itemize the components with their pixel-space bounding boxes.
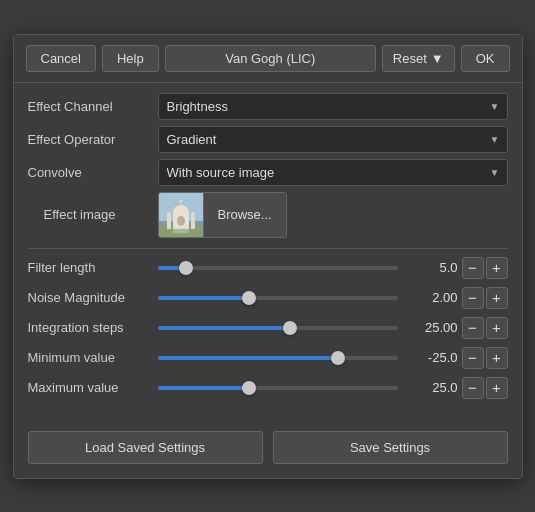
slider-track-1 bbox=[158, 289, 398, 307]
svg-point-6 bbox=[179, 199, 182, 202]
save-settings-button[interactable]: Save Settings bbox=[273, 431, 508, 464]
effect-channel-select[interactable]: Brightness Hue Saturation Lightness Alph… bbox=[158, 93, 508, 120]
taj-mahal-icon bbox=[159, 193, 203, 237]
toolbar: Cancel Help Van Gogh (LIC) Reset ▼ OK bbox=[14, 35, 522, 83]
chevron-down-icon: ▼ bbox=[431, 51, 444, 66]
increment-button-1[interactable]: + bbox=[486, 287, 508, 309]
stepper-2: −+ bbox=[462, 317, 508, 339]
slider-label-0: Filter length bbox=[28, 260, 158, 275]
slider-value-2: 25.00 bbox=[406, 320, 458, 335]
increment-button-0[interactable]: + bbox=[486, 257, 508, 279]
slider-value-0: 5.0 bbox=[406, 260, 458, 275]
decrement-button-2[interactable]: − bbox=[462, 317, 484, 339]
decrement-button-3[interactable]: − bbox=[462, 347, 484, 369]
effect-operator-label: Effect Operator bbox=[28, 132, 158, 147]
effect-operator-dropdown-wrapper: Gradient Curl Hessian Laplace bbox=[158, 126, 508, 153]
decrement-button-1[interactable]: − bbox=[462, 287, 484, 309]
increment-button-4[interactable]: + bbox=[486, 377, 508, 399]
effect-channel-dropdown-wrapper: Brightness Hue Saturation Lightness Alph… bbox=[158, 93, 508, 120]
stepper-3: −+ bbox=[462, 347, 508, 369]
effect-operator-select[interactable]: Gradient Curl Hessian Laplace bbox=[158, 126, 508, 153]
slider-track-3 bbox=[158, 349, 398, 367]
svg-point-8 bbox=[167, 212, 171, 218]
effect-operator-row: Effect Operator Gradient Curl Hessian La… bbox=[28, 126, 508, 153]
slider-thumb-4[interactable] bbox=[242, 381, 256, 395]
slider-thumb-2[interactable] bbox=[283, 321, 297, 335]
effect-image-label: Effect image bbox=[28, 207, 158, 222]
dialog: Cancel Help Van Gogh (LIC) Reset ▼ OK Ef… bbox=[13, 34, 523, 479]
stepper-0: −+ bbox=[462, 257, 508, 279]
slider-row-3: Minimum value-25.0−+ bbox=[28, 347, 508, 369]
slider-row-1: Noise Magnitude2.00−+ bbox=[28, 287, 508, 309]
convolve-select[interactable]: With source image With effect image bbox=[158, 159, 508, 186]
slider-value-3: -25.0 bbox=[406, 350, 458, 365]
slider-row-4: Maximum value25.0−+ bbox=[28, 377, 508, 399]
slider-thumb-3[interactable] bbox=[331, 351, 345, 365]
sliders-container: Filter length5.0−+Noise Magnitude2.00−+I… bbox=[28, 257, 508, 399]
convolve-label: Convolve bbox=[28, 165, 158, 180]
effect-image-row: Effect image bbox=[28, 192, 508, 238]
image-thumbnail bbox=[159, 193, 203, 237]
title-button: Van Gogh (LIC) bbox=[165, 45, 376, 72]
slider-row-2: Integration steps25.00−+ bbox=[28, 317, 508, 339]
effect-channel-label: Effect Channel bbox=[28, 99, 158, 114]
slider-thumb-0[interactable] bbox=[179, 261, 193, 275]
reset-button[interactable]: Reset ▼ bbox=[382, 45, 455, 72]
increment-button-3[interactable]: + bbox=[486, 347, 508, 369]
reset-label: Reset bbox=[393, 51, 427, 66]
decrement-button-4[interactable]: − bbox=[462, 377, 484, 399]
footer: Load Saved Settings Save Settings bbox=[14, 421, 522, 478]
slider-value-1: 2.00 bbox=[406, 290, 458, 305]
svg-point-10 bbox=[191, 212, 195, 218]
increment-button-2[interactable]: + bbox=[486, 317, 508, 339]
slider-label-1: Noise Magnitude bbox=[28, 290, 158, 305]
svg-point-11 bbox=[177, 216, 185, 226]
browse-button[interactable]: Browse... bbox=[203, 193, 286, 237]
cancel-button[interactable]: Cancel bbox=[26, 45, 96, 72]
convolve-row: Convolve With source image With effect i… bbox=[28, 159, 508, 186]
slider-label-2: Integration steps bbox=[28, 320, 158, 335]
ok-button[interactable]: OK bbox=[461, 45, 510, 72]
effect-image-preview-box: Browse... bbox=[158, 192, 287, 238]
decrement-button-0[interactable]: − bbox=[462, 257, 484, 279]
slider-row-0: Filter length5.0−+ bbox=[28, 257, 508, 279]
slider-thumb-1[interactable] bbox=[242, 291, 256, 305]
help-button[interactable]: Help bbox=[102, 45, 159, 72]
slider-label-4: Maximum value bbox=[28, 380, 158, 395]
effect-channel-row: Effect Channel Brightness Hue Saturation… bbox=[28, 93, 508, 120]
content: Effect Channel Brightness Hue Saturation… bbox=[14, 83, 522, 421]
slider-track-0 bbox=[158, 259, 398, 277]
divider bbox=[28, 248, 508, 249]
slider-track-2 bbox=[158, 319, 398, 337]
convolve-dropdown-wrapper: With source image With effect image bbox=[158, 159, 508, 186]
stepper-1: −+ bbox=[462, 287, 508, 309]
slider-label-3: Minimum value bbox=[28, 350, 158, 365]
stepper-4: −+ bbox=[462, 377, 508, 399]
load-settings-button[interactable]: Load Saved Settings bbox=[28, 431, 263, 464]
slider-value-4: 25.0 bbox=[406, 380, 458, 395]
slider-track-4 bbox=[158, 379, 398, 397]
svg-rect-12 bbox=[173, 227, 189, 233]
